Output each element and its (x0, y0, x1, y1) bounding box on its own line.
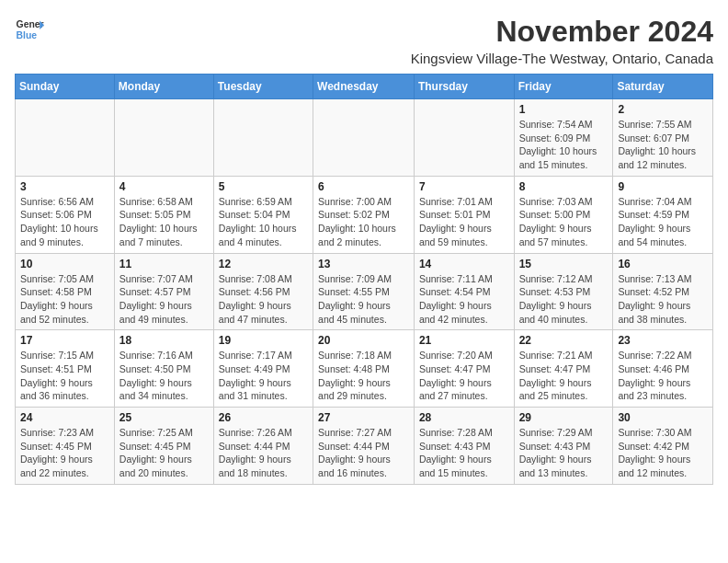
weekday-header-monday: Monday (114, 75, 213, 99)
day-info: Sunrise: 7:27 AM Sunset: 4:44 PM Dayligh… (318, 426, 409, 480)
day-info: Sunrise: 6:56 AM Sunset: 5:06 PM Dayligh… (20, 195, 109, 249)
calendar-cell: 8Sunrise: 7:03 AM Sunset: 5:00 PM Daylig… (514, 176, 613, 253)
day-number: 7 (419, 180, 509, 193)
day-info: Sunrise: 6:58 AM Sunset: 5:05 PM Dayligh… (119, 195, 209, 249)
day-info: Sunrise: 7:20 AM Sunset: 4:47 PM Dayligh… (419, 349, 509, 403)
calendar-cell: 24Sunrise: 7:23 AM Sunset: 4:45 PM Dayli… (16, 408, 115, 485)
day-number: 24 (20, 411, 109, 424)
title-block: November 2024 Kingsview Village-The West… (411, 15, 713, 66)
calendar-cell (114, 99, 213, 177)
day-info: Sunrise: 7:22 AM Sunset: 4:46 PM Dayligh… (618, 349, 708, 403)
calendar-cell: 23Sunrise: 7:22 AM Sunset: 4:46 PM Dayli… (613, 330, 713, 408)
day-info: Sunrise: 7:12 AM Sunset: 4:53 PM Dayligh… (519, 272, 609, 327)
day-info: Sunrise: 7:23 AM Sunset: 4:45 PM Dayligh… (20, 426, 109, 480)
weekday-header-sunday: Sunday (16, 75, 115, 99)
calendar-cell: 7Sunrise: 7:01 AM Sunset: 5:01 PM Daylig… (414, 176, 514, 253)
day-info: Sunrise: 7:17 AM Sunset: 4:49 PM Dayligh… (219, 349, 308, 403)
calendar-cell: 18Sunrise: 7:16 AM Sunset: 4:50 PM Dayli… (114, 330, 213, 408)
weekday-header-wednesday: Wednesday (313, 75, 415, 99)
page-title: November 2024 (411, 15, 713, 49)
day-number: 2 (618, 103, 708, 116)
day-number: 23 (618, 334, 708, 347)
weekday-header-saturday: Saturday (613, 75, 713, 99)
calendar-cell (313, 99, 415, 177)
calendar-cell: 6Sunrise: 7:00 AM Sunset: 5:02 PM Daylig… (313, 176, 415, 253)
day-number: 11 (119, 258, 209, 270)
day-number: 26 (219, 411, 308, 424)
day-info: Sunrise: 7:29 AM Sunset: 4:43 PM Dayligh… (519, 426, 609, 480)
day-info: Sunrise: 7:28 AM Sunset: 4:43 PM Dayligh… (419, 426, 509, 480)
day-info: Sunrise: 7:26 AM Sunset: 4:44 PM Dayligh… (219, 426, 308, 480)
calendar-cell: 21Sunrise: 7:20 AM Sunset: 4:47 PM Dayli… (414, 330, 514, 408)
day-number: 16 (618, 258, 708, 270)
day-info: Sunrise: 7:16 AM Sunset: 4:50 PM Dayligh… (119, 349, 209, 403)
calendar-cell (414, 99, 514, 177)
day-info: Sunrise: 7:13 AM Sunset: 4:52 PM Dayligh… (618, 272, 708, 327)
day-number: 12 (219, 258, 308, 270)
calendar-table: SundayMondayTuesdayWednesdayThursdayFrid… (15, 74, 713, 485)
day-info: Sunrise: 7:54 AM Sunset: 6:09 PM Dayligh… (519, 118, 609, 172)
day-number: 27 (318, 411, 409, 424)
calendar-cell (213, 99, 313, 177)
day-info: Sunrise: 7:01 AM Sunset: 5:01 PM Dayligh… (419, 195, 509, 249)
day-number: 14 (419, 258, 509, 270)
day-number: 22 (519, 334, 609, 347)
svg-text:Blue: Blue (17, 30, 38, 40)
day-number: 5 (219, 180, 308, 193)
calendar-cell: 3Sunrise: 6:56 AM Sunset: 5:06 PM Daylig… (16, 176, 115, 253)
day-number: 29 (519, 411, 609, 424)
day-number: 18 (119, 334, 209, 347)
day-info: Sunrise: 7:11 AM Sunset: 4:54 PM Dayligh… (419, 272, 509, 327)
day-info: Sunrise: 7:04 AM Sunset: 4:59 PM Dayligh… (618, 195, 708, 249)
calendar-cell: 28Sunrise: 7:28 AM Sunset: 4:43 PM Dayli… (414, 408, 514, 485)
calendar-cell: 12Sunrise: 7:08 AM Sunset: 4:56 PM Dayli… (213, 253, 313, 330)
calendar-cell: 9Sunrise: 7:04 AM Sunset: 4:59 PM Daylig… (613, 176, 713, 253)
calendar-cell: 30Sunrise: 7:30 AM Sunset: 4:42 PM Dayli… (613, 408, 713, 485)
calendar-cell: 14Sunrise: 7:11 AM Sunset: 4:54 PM Dayli… (414, 253, 514, 330)
calendar-cell (16, 99, 115, 177)
calendar-cell: 16Sunrise: 7:13 AM Sunset: 4:52 PM Dayli… (613, 253, 713, 330)
day-number: 1 (519, 103, 609, 116)
calendar-cell: 11Sunrise: 7:07 AM Sunset: 4:57 PM Dayli… (114, 253, 213, 330)
day-info: Sunrise: 7:09 AM Sunset: 4:55 PM Dayligh… (318, 272, 409, 327)
day-number: 10 (20, 258, 109, 270)
day-number: 30 (618, 411, 708, 424)
calendar-cell: 22Sunrise: 7:21 AM Sunset: 4:47 PM Dayli… (514, 330, 613, 408)
calendar-cell: 26Sunrise: 7:26 AM Sunset: 4:44 PM Dayli… (213, 408, 313, 485)
day-number: 3 (20, 180, 109, 193)
day-number: 4 (119, 180, 209, 193)
calendar-cell: 25Sunrise: 7:25 AM Sunset: 4:45 PM Dayli… (114, 408, 213, 485)
page-subtitle: Kingsview Village-The Westway, Ontario, … (411, 51, 713, 66)
day-info: Sunrise: 7:55 AM Sunset: 6:07 PM Dayligh… (618, 118, 708, 172)
calendar-cell: 4Sunrise: 6:58 AM Sunset: 5:05 PM Daylig… (114, 176, 213, 253)
day-info: Sunrise: 7:00 AM Sunset: 5:02 PM Dayligh… (318, 195, 409, 249)
calendar-cell: 29Sunrise: 7:29 AM Sunset: 4:43 PM Dayli… (514, 408, 613, 485)
day-info: Sunrise: 7:18 AM Sunset: 4:48 PM Dayligh… (318, 349, 409, 403)
calendar-cell: 20Sunrise: 7:18 AM Sunset: 4:48 PM Dayli… (313, 330, 415, 408)
day-number: 17 (20, 334, 109, 347)
day-info: Sunrise: 7:25 AM Sunset: 4:45 PM Dayligh… (119, 426, 209, 480)
calendar-cell: 17Sunrise: 7:15 AM Sunset: 4:51 PM Dayli… (16, 330, 115, 408)
calendar-cell: 13Sunrise: 7:09 AM Sunset: 4:55 PM Dayli… (313, 253, 415, 330)
day-number: 15 (519, 258, 609, 270)
day-number: 20 (318, 334, 409, 347)
calendar-cell: 27Sunrise: 7:27 AM Sunset: 4:44 PM Dayli… (313, 408, 415, 485)
weekday-header-thursday: Thursday (414, 75, 514, 99)
day-number: 13 (318, 258, 409, 270)
day-info: Sunrise: 7:15 AM Sunset: 4:51 PM Dayligh… (20, 349, 109, 403)
day-number: 19 (219, 334, 308, 347)
weekday-header-friday: Friday (514, 75, 613, 99)
logo: General Blue (15, 15, 44, 44)
calendar-cell: 15Sunrise: 7:12 AM Sunset: 4:53 PM Dayli… (514, 253, 613, 330)
day-info: Sunrise: 7:03 AM Sunset: 5:00 PM Dayligh… (519, 195, 609, 249)
day-number: 21 (419, 334, 509, 347)
day-info: Sunrise: 7:05 AM Sunset: 4:58 PM Dayligh… (20, 272, 109, 327)
weekday-header-tuesday: Tuesday (213, 75, 313, 99)
calendar-cell: 19Sunrise: 7:17 AM Sunset: 4:49 PM Dayli… (213, 330, 313, 408)
day-number: 6 (318, 180, 409, 193)
day-number: 8 (519, 180, 609, 193)
day-number: 25 (119, 411, 209, 424)
calendar-cell: 10Sunrise: 7:05 AM Sunset: 4:58 PM Dayli… (16, 253, 115, 330)
day-info: Sunrise: 7:30 AM Sunset: 4:42 PM Dayligh… (618, 426, 708, 480)
day-info: Sunrise: 7:08 AM Sunset: 4:56 PM Dayligh… (219, 272, 308, 327)
